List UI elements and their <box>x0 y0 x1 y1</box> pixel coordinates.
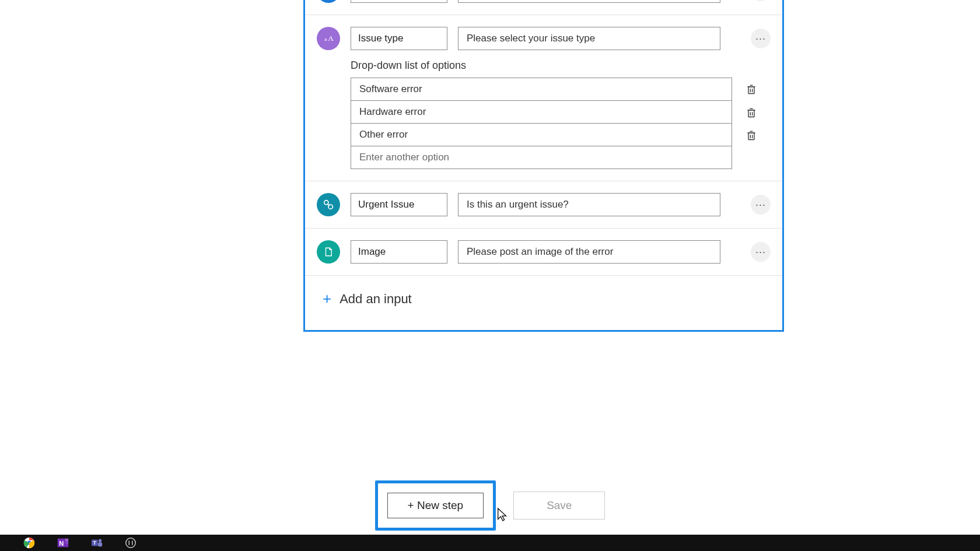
add-input-label: Add an input <box>340 292 412 307</box>
input-name-type[interactable]: Issue type <box>351 27 447 50</box>
svg-rect-31 <box>65 541 69 544</box>
svg-text:N: N <box>59 540 64 547</box>
new-step-button[interactable]: + New step <box>387 493 484 518</box>
trigger-card: Email Please enter your work e-mail addr… <box>303 0 784 332</box>
taskbar-onenote-icon[interactable]: N <box>55 536 71 550</box>
dropdown-options-section: Drop-down list of options Software error… <box>305 59 782 181</box>
input-name-image[interactable]: Image <box>351 240 447 264</box>
svg-rect-32 <box>65 544 69 548</box>
input-desc-image[interactable]: Please post an image of the error <box>458 240 720 264</box>
windows-taskbar: N T <box>0 535 980 551</box>
calendar-icon: 21 <box>317 0 340 3</box>
yesno-icon <box>317 193 340 216</box>
add-input-button[interactable]: + Add an input <box>305 276 782 325</box>
option-row-2: Hardware error <box>351 101 771 124</box>
more-button-date[interactable]: ··· <box>751 0 771 1</box>
svg-text:a: a <box>324 36 327 42</box>
text-type-icon: aA <box>317 27 340 50</box>
option-input-new[interactable]: Enter another option <box>351 146 732 169</box>
footer-buttons: + New step Save <box>0 480 980 531</box>
more-button-image[interactable]: ··· <box>751 242 771 262</box>
new-step-highlight: + New step <box>375 480 496 531</box>
file-icon <box>317 240 340 264</box>
svg-point-37 <box>126 538 136 548</box>
flow-designer-canvas: Email Please enter your work e-mail addr… <box>0 0 980 551</box>
taskbar-teams-icon[interactable]: T <box>89 536 105 550</box>
option-input-3[interactable]: Other error <box>351 123 732 146</box>
input-name-urgent[interactable]: Urgent Issue <box>351 193 447 216</box>
save-button[interactable]: Save <box>513 492 605 520</box>
input-desc-type[interactable]: Please select your issue type <box>458 27 720 50</box>
svg-rect-18 <box>748 132 754 139</box>
input-row-image: Image Please post an image of the error … <box>305 229 782 276</box>
trigger-body: Email Please enter your work e-mail addr… <box>305 0 782 330</box>
svg-rect-13 <box>748 110 754 117</box>
option-row-1: Software error <box>351 78 771 101</box>
input-desc-date[interactable]: Please enter when you had the error <box>458 0 720 3</box>
svg-point-35 <box>99 539 102 543</box>
dropdown-label: Drop-down list of options <box>351 59 771 72</box>
option-row-new: Enter another option <box>351 146 771 169</box>
more-button-type[interactable]: ··· <box>751 29 771 48</box>
taskbar-chrome-icon[interactable] <box>21 536 37 550</box>
option-input-1[interactable]: Software error <box>351 78 732 101</box>
option-row-3: Other error <box>351 124 771 146</box>
svg-rect-36 <box>98 542 102 546</box>
delete-option-1[interactable] <box>744 82 759 97</box>
input-row-date: 21 Issue date Please enter when you had … <box>305 0 782 15</box>
input-desc-urgent[interactable]: Is this an urgent issue? <box>458 193 720 216</box>
option-input-2[interactable]: Hardware error <box>351 100 732 124</box>
plus-icon: + <box>323 290 331 308</box>
more-button-urgent[interactable]: ··· <box>751 195 771 215</box>
input-name-date[interactable]: Issue date <box>351 0 447 3</box>
svg-text:T: T <box>93 540 97 546</box>
input-row-type: aA Issue type Please select your issue t… <box>305 15 782 56</box>
input-row-urgent: Urgent Issue Is this an urgent issue? ··… <box>305 181 782 229</box>
svg-rect-30 <box>65 539 69 542</box>
svg-text:A: A <box>328 34 334 43</box>
delete-option-2[interactable] <box>744 105 759 120</box>
svg-rect-8 <box>748 87 754 94</box>
taskbar-app-icon[interactable] <box>123 536 139 550</box>
delete-option-3[interactable] <box>744 128 759 143</box>
